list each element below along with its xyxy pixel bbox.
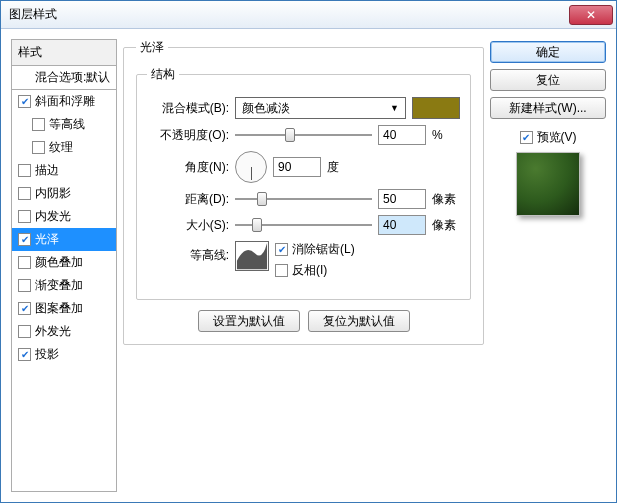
angle-label: 角度(N):: [147, 159, 229, 176]
style-row[interactable]: 内阴影: [12, 182, 116, 205]
opacity-row: 不透明度(O): %: [147, 125, 460, 145]
style-row[interactable]: 混合选项:默认: [12, 66, 116, 90]
style-row[interactable]: 内发光: [12, 205, 116, 228]
checkbox-icon[interactable]: [18, 233, 31, 246]
ok-button[interactable]: 确定: [490, 41, 606, 63]
blend-mode-value: 颜色减淡: [242, 100, 290, 117]
checkbox-icon[interactable]: [32, 141, 45, 154]
size-row: 大小(S): 像素: [147, 215, 460, 235]
blend-mode-row: 混合模式(B): 颜色减淡 ▼: [147, 97, 460, 119]
default-buttons-row: 设置为默认值 复位为默认值: [136, 310, 471, 332]
styles-panel: 样式 混合选项:默认斜面和浮雕等高线纹理描边内阴影内发光光泽颜色叠加渐变叠加图案…: [11, 39, 117, 492]
styles-list: 混合选项:默认斜面和浮雕等高线纹理描边内阴影内发光光泽颜色叠加渐变叠加图案叠加外…: [12, 66, 116, 366]
style-row[interactable]: 斜面和浮雕: [12, 90, 116, 113]
structure-title: 结构: [147, 66, 179, 83]
make-default-button[interactable]: 设置为默认值: [198, 310, 300, 332]
checkbox-icon[interactable]: [18, 210, 31, 223]
checkbox-icon[interactable]: [18, 279, 31, 292]
contour-row: 等高线: 消除锯齿(L): [147, 241, 460, 279]
style-row[interactable]: 等高线: [12, 113, 116, 136]
checkbox-icon[interactable]: [18, 348, 31, 361]
style-label: 渐变叠加: [35, 277, 83, 294]
new-style-button[interactable]: 新建样式(W)...: [490, 97, 606, 119]
preview-label: 预览(V): [537, 129, 577, 146]
opacity-unit: %: [432, 128, 460, 142]
layer-style-dialog: 图层样式 ✕ 样式 混合选项:默认斜面和浮雕等高线纹理描边内阴影内发光光泽颜色叠…: [0, 0, 617, 503]
style-label: 投影: [35, 346, 59, 363]
distance-row: 距离(D): 像素: [147, 189, 460, 209]
effect-group-title: 光泽: [136, 39, 168, 56]
checkbox-icon[interactable]: [18, 187, 31, 200]
titlebar: 图层样式 ✕: [1, 1, 616, 29]
angle-dial[interactable]: [235, 151, 267, 183]
style-label: 外发光: [35, 323, 71, 340]
checkbox-icon: [520, 131, 533, 144]
styles-header: 样式: [12, 40, 116, 66]
preview-thumbnail: [516, 152, 580, 216]
size-unit: 像素: [432, 217, 460, 234]
style-row[interactable]: 纹理: [12, 136, 116, 159]
dialog-body: 样式 混合选项:默认斜面和浮雕等高线纹理描边内阴影内发光光泽颜色叠加渐变叠加图案…: [1, 29, 616, 502]
checkbox-icon: [275, 243, 288, 256]
angle-unit: 度: [327, 159, 355, 176]
structure-group: 结构 混合模式(B): 颜色减淡 ▼ 不透明度(O):: [136, 66, 471, 300]
style-label: 光泽: [35, 231, 59, 248]
distance-label: 距离(D):: [147, 191, 229, 208]
chevron-down-icon: ▼: [390, 103, 399, 113]
style-label: 混合选项:默认: [35, 69, 110, 86]
slider-thumb[interactable]: [252, 218, 262, 232]
distance-unit: 像素: [432, 191, 460, 208]
opacity-input[interactable]: [378, 125, 426, 145]
antialias-checkbox[interactable]: 消除锯齿(L): [275, 241, 355, 258]
slider-thumb[interactable]: [257, 192, 267, 206]
checkbox-icon[interactable]: [18, 256, 31, 269]
opacity-label: 不透明度(O):: [147, 127, 229, 144]
checkbox-icon[interactable]: [18, 164, 31, 177]
style-label: 图案叠加: [35, 300, 83, 317]
checkbox-icon[interactable]: [18, 302, 31, 315]
opacity-slider[interactable]: [235, 126, 372, 144]
reset-default-button[interactable]: 复位为默认值: [308, 310, 410, 332]
slider-thumb[interactable]: [285, 128, 295, 142]
style-row[interactable]: 描边: [12, 159, 116, 182]
color-swatch[interactable]: [412, 97, 460, 119]
size-slider[interactable]: [235, 216, 372, 234]
style-row[interactable]: 颜色叠加: [12, 251, 116, 274]
reset-button[interactable]: 复位: [490, 69, 606, 91]
style-row[interactable]: 渐变叠加: [12, 274, 116, 297]
size-input[interactable]: [378, 215, 426, 235]
style-label: 颜色叠加: [35, 254, 83, 271]
action-panel: 确定 复位 新建样式(W)... 预览(V): [490, 39, 606, 492]
settings-panel: 光泽 结构 混合模式(B): 颜色减淡 ▼ 不透明度(O):: [123, 39, 484, 492]
blend-mode-label: 混合模式(B):: [147, 100, 229, 117]
preview-section: 预览(V): [490, 129, 606, 222]
style-row[interactable]: 投影: [12, 343, 116, 366]
style-label: 斜面和浮雕: [35, 93, 95, 110]
contour-label: 等高线:: [147, 241, 229, 264]
style-row[interactable]: 图案叠加: [12, 297, 116, 320]
style-label: 等高线: [49, 116, 85, 133]
invert-checkbox[interactable]: 反相(I): [275, 262, 355, 279]
blend-mode-dropdown[interactable]: 颜色减淡 ▼: [235, 97, 406, 119]
checkbox-icon[interactable]: [32, 118, 45, 131]
effect-group: 光泽 结构 混合模式(B): 颜色减淡 ▼ 不透明度(O):: [123, 39, 484, 345]
style-label: 内阴影: [35, 185, 71, 202]
checkbox-icon[interactable]: [18, 95, 31, 108]
contour-picker[interactable]: [235, 241, 269, 271]
preview-checkbox[interactable]: 预览(V): [520, 129, 577, 146]
angle-row: 角度(N): 度: [147, 151, 460, 183]
style-row[interactable]: 光泽: [12, 228, 116, 251]
checkbox-icon: [275, 264, 288, 277]
antialias-label: 消除锯齿(L): [292, 241, 355, 258]
size-label: 大小(S):: [147, 217, 229, 234]
style-label: 描边: [35, 162, 59, 179]
angle-input[interactable]: [273, 157, 321, 177]
invert-label: 反相(I): [292, 262, 327, 279]
checkbox-icon[interactable]: [18, 325, 31, 338]
window-title: 图层样式: [9, 6, 569, 23]
close-button[interactable]: ✕: [569, 5, 613, 25]
style-label: 内发光: [35, 208, 71, 225]
distance-slider[interactable]: [235, 190, 372, 208]
distance-input[interactable]: [378, 189, 426, 209]
style-row[interactable]: 外发光: [12, 320, 116, 343]
